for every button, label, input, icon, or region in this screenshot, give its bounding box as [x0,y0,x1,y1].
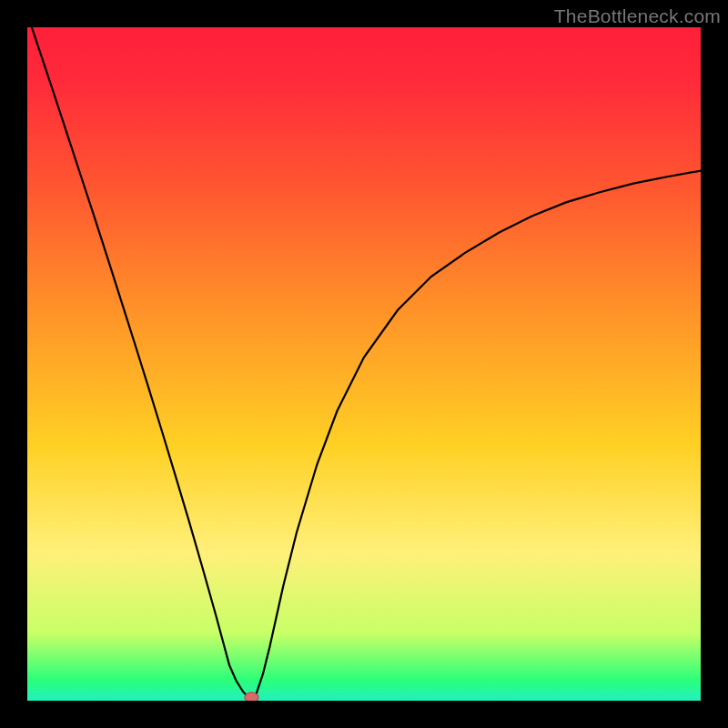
chart-frame: TheBottleneck.com [0,0,728,728]
watermark-text: TheBottleneck.com [554,5,721,27]
chart-plot-area [27,27,701,701]
min-marker [245,693,258,701]
chart-svg [27,27,701,701]
curve-line [27,27,701,701]
